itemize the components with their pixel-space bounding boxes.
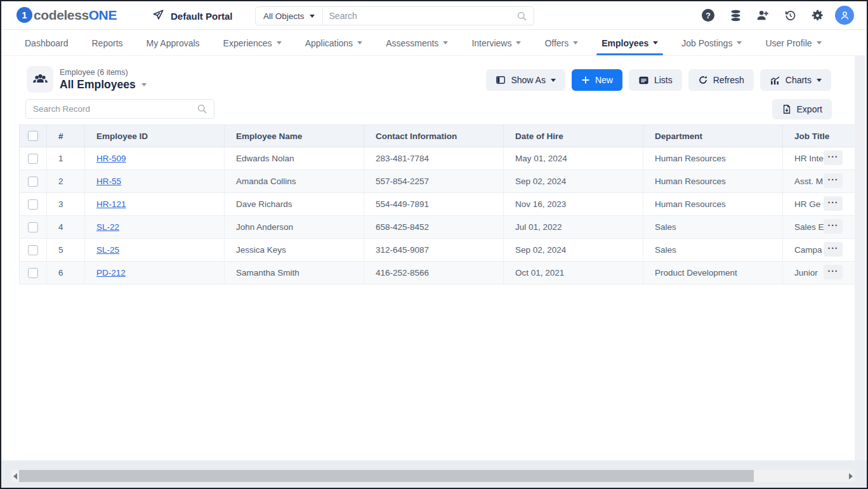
help-icon[interactable]: ? <box>699 6 718 25</box>
nav-item-job-postings[interactable]: Job Postings <box>681 30 742 55</box>
nav-item-user-profile[interactable]: User Profile <box>765 30 821 55</box>
user-avatar[interactable] <box>835 6 854 25</box>
portal-switcher[interactable]: Default Portal <box>152 9 233 23</box>
cell-department: Human Resources <box>643 193 783 216</box>
col-contact: Contact Information <box>364 125 504 147</box>
row-actions-ellipsis-icon[interactable] <box>824 151 843 165</box>
record-link[interactable]: HR-121 <box>96 199 126 209</box>
cell-number: 5 <box>47 239 85 262</box>
cell-employee-id: SL-22 <box>85 216 225 239</box>
cell-employee-id: HR-509 <box>85 147 225 170</box>
row-checkbox[interactable] <box>28 177 38 187</box>
nav-item-offers[interactable]: Offers <box>544 30 578 55</box>
record-link[interactable]: HR-509 <box>96 154 126 163</box>
row-actions-ellipsis-icon[interactable] <box>824 242 843 257</box>
global-search-input[interactable] <box>323 11 516 21</box>
row-select-cell <box>20 170 47 193</box>
nav-item-interviews[interactable]: Interviews <box>471 30 521 55</box>
cell-hire-date: Oct 01, 2021 <box>504 262 643 285</box>
export-file-icon <box>782 104 792 114</box>
export-button[interactable]: Export <box>772 99 832 119</box>
view-title-text: All Employees <box>60 78 136 91</box>
cell-employee-name: Amanda Collins <box>225 170 364 193</box>
cell-contact: 416-252-8566 <box>364 262 504 285</box>
table-row: 3 HR-121 Dave Richards 554-449-7891 Nov … <box>20 193 855 216</box>
cell-contact: 658-425-8452 <box>364 216 504 239</box>
record-link[interactable]: HR-55 <box>96 177 121 186</box>
charts-button[interactable]: Charts <box>760 69 831 91</box>
horizontal-scroll-thumb[interactable] <box>19 470 754 482</box>
cell-number: 2 <box>47 170 85 193</box>
brand-logo[interactable]: 1 codelessONE <box>16 7 117 23</box>
search-scope-dropdown[interactable]: All Objects <box>256 7 323 25</box>
row-actions-ellipsis-icon[interactable] <box>824 265 843 279</box>
refresh-icon <box>698 75 708 85</box>
row-actions-ellipsis-icon[interactable] <box>824 173 843 188</box>
history-icon[interactable] <box>780 6 799 25</box>
row-checkbox[interactable] <box>28 222 38 232</box>
chevron-down-icon <box>817 79 822 82</box>
refresh-button[interactable]: Refresh <box>688 69 754 91</box>
cell-hire-date: May 01, 2024 <box>504 147 643 170</box>
cell-contact: 312-645-9087 <box>364 239 504 262</box>
plus-icon <box>581 76 590 84</box>
cell-hire-date: Sep 02, 2024 <box>504 239 643 262</box>
row-select-cell <box>20 262 47 285</box>
lists-button[interactable]: Lists <box>629 69 682 91</box>
new-button[interactable]: New <box>572 69 622 91</box>
database-icon[interactable] <box>726 6 745 25</box>
nav-item-dashboard[interactable]: Dashboard <box>25 30 69 55</box>
show-as-button[interactable]: Show As <box>486 69 565 91</box>
cell-employee-name: Edwards Nolan <box>225 147 364 170</box>
row-checkbox[interactable] <box>28 199 38 210</box>
col-department: Department <box>643 125 783 147</box>
select-all-checkbox[interactable] <box>28 131 38 141</box>
col-employee-id: Employee ID <box>85 125 225 147</box>
table-row: 5 SL-25 Jessica Keys 312-645-9087 Sep 02… <box>20 239 855 262</box>
portal-name: Default Portal <box>171 11 233 22</box>
gear-icon[interactable] <box>808 6 827 25</box>
search-icon <box>516 11 527 22</box>
record-link[interactable]: PD-212 <box>96 268 126 278</box>
nav-item-applications[interactable]: Applications <box>305 30 363 55</box>
cell-department: Human Resources <box>643 170 783 193</box>
vertical-scrollbar[interactable] <box>855 56 865 460</box>
nav-item-experiences[interactable]: Experiences <box>223 30 282 55</box>
row-checkbox[interactable] <box>28 245 38 255</box>
row-actions-ellipsis-icon[interactable] <box>824 219 843 234</box>
row-checkbox[interactable] <box>28 268 38 278</box>
table-row: 1 HR-509 Edwards Nolan 283-481-7784 May … <box>20 147 855 170</box>
chevron-down-icon <box>653 41 658 44</box>
chevron-down-icon <box>737 41 742 44</box>
chart-icon <box>770 75 780 86</box>
toolbar-button-group: Show As New Lists Refresh <box>486 69 831 91</box>
record-search-input[interactable] <box>26 104 197 114</box>
row-checkbox[interactable] <box>28 154 38 164</box>
horizontal-scrollbar[interactable] <box>11 470 855 482</box>
main-nav: Dashboard Reports My Approvals Experienc… <box>1 30 867 56</box>
chevron-down-icon <box>357 41 362 44</box>
cell-employee-name: Jessica Keys <box>225 239 364 262</box>
cell-contact: 557-854-2257 <box>364 170 504 193</box>
entity-count-label: Employee (6 items) <box>60 68 128 77</box>
scroll-right-icon[interactable] <box>847 470 855 482</box>
logo-one-icon: 1 <box>16 7 32 23</box>
layout-icon <box>496 75 506 85</box>
view-selector[interactable]: All Employees <box>60 78 147 91</box>
scroll-left-icon[interactable] <box>11 470 19 482</box>
row-actions-ellipsis-icon[interactable] <box>824 196 843 211</box>
nav-item-reports[interactable]: Reports <box>92 30 123 55</box>
nav-item-employees[interactable]: Employees <box>602 30 658 55</box>
nav-item-assessments[interactable]: Assessments <box>386 30 448 55</box>
cell-contact: 283-481-7784 <box>364 147 504 170</box>
col-employee-name: Employee Name <box>225 125 364 147</box>
record-link[interactable]: SL-25 <box>96 245 119 255</box>
nav-item-my-approvals[interactable]: My Approvals <box>147 30 200 55</box>
chevron-down-icon <box>817 41 822 44</box>
header-icon-group: ? <box>699 6 854 25</box>
record-link[interactable]: SL-22 <box>96 222 119 232</box>
add-user-icon[interactable] <box>753 6 772 25</box>
row-select-cell <box>20 193 47 216</box>
table-row: 2 HR-55 Amanda Collins 557-854-2257 Sep … <box>20 170 855 193</box>
cell-job-title: Junior <box>783 262 855 285</box>
